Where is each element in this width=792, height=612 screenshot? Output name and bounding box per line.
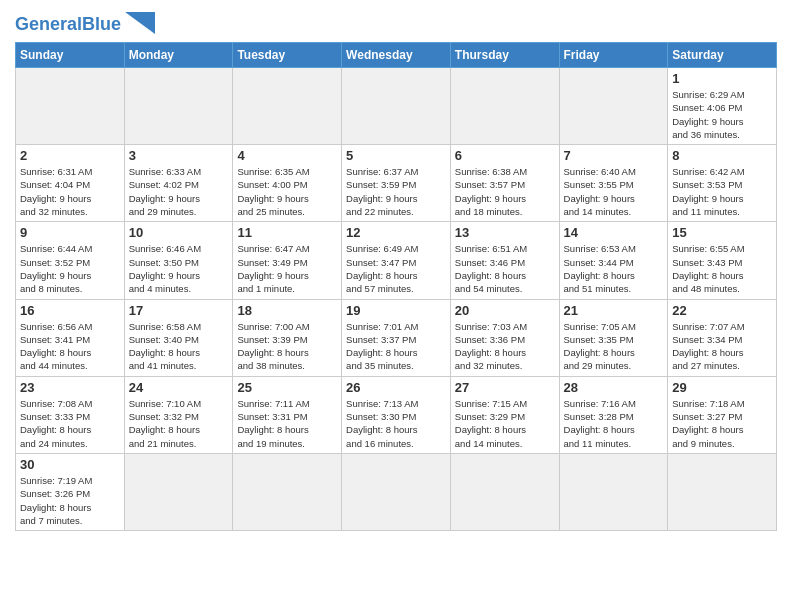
day-info: Sunrise: 6:58 AM Sunset: 3:40 PM Dayligh…	[129, 320, 229, 373]
table-row	[450, 68, 559, 145]
day-number: 20	[455, 303, 555, 318]
table-row: 14Sunrise: 6:53 AM Sunset: 3:44 PM Dayli…	[559, 222, 668, 299]
logo: GeneralBlue	[15, 14, 155, 34]
day-info: Sunrise: 6:40 AM Sunset: 3:55 PM Dayligh…	[564, 165, 664, 218]
day-number: 12	[346, 225, 446, 240]
day-info: Sunrise: 6:35 AM Sunset: 4:00 PM Dayligh…	[237, 165, 337, 218]
day-number: 2	[20, 148, 120, 163]
day-number: 3	[129, 148, 229, 163]
day-number: 9	[20, 225, 120, 240]
table-row: 3Sunrise: 6:33 AM Sunset: 4:02 PM Daylig…	[124, 145, 233, 222]
table-row	[668, 453, 777, 530]
table-row: 28Sunrise: 7:16 AM Sunset: 3:28 PM Dayli…	[559, 376, 668, 453]
col-thursday: Thursday	[450, 43, 559, 68]
day-info: Sunrise: 7:08 AM Sunset: 3:33 PM Dayligh…	[20, 397, 120, 450]
day-info: Sunrise: 6:37 AM Sunset: 3:59 PM Dayligh…	[346, 165, 446, 218]
table-row	[233, 68, 342, 145]
day-number: 8	[672, 148, 772, 163]
logo-general: General	[15, 14, 82, 34]
table-row: 30Sunrise: 7:19 AM Sunset: 3:26 PM Dayli…	[16, 453, 125, 530]
svg-marker-0	[125, 12, 155, 34]
day-number: 23	[20, 380, 120, 395]
table-row: 7Sunrise: 6:40 AM Sunset: 3:55 PM Daylig…	[559, 145, 668, 222]
logo-blue: Blue	[82, 14, 121, 34]
calendar-page: GeneralBlue Sunday Monday Tuesday Wednes…	[0, 0, 792, 612]
day-info: Sunrise: 7:01 AM Sunset: 3:37 PM Dayligh…	[346, 320, 446, 373]
table-row: 20Sunrise: 7:03 AM Sunset: 3:36 PM Dayli…	[450, 299, 559, 376]
day-info: Sunrise: 7:10 AM Sunset: 3:32 PM Dayligh…	[129, 397, 229, 450]
day-info: Sunrise: 7:03 AM Sunset: 3:36 PM Dayligh…	[455, 320, 555, 373]
table-row: 23Sunrise: 7:08 AM Sunset: 3:33 PM Dayli…	[16, 376, 125, 453]
table-row: 5Sunrise: 6:37 AM Sunset: 3:59 PM Daylig…	[342, 145, 451, 222]
day-number: 30	[20, 457, 120, 472]
day-info: Sunrise: 6:29 AM Sunset: 4:06 PM Dayligh…	[672, 88, 772, 141]
table-row	[342, 68, 451, 145]
col-monday: Monday	[124, 43, 233, 68]
col-sunday: Sunday	[16, 43, 125, 68]
table-row: 9Sunrise: 6:44 AM Sunset: 3:52 PM Daylig…	[16, 222, 125, 299]
table-row: 29Sunrise: 7:18 AM Sunset: 3:27 PM Dayli…	[668, 376, 777, 453]
calendar-table: Sunday Monday Tuesday Wednesday Thursday…	[15, 42, 777, 531]
day-number: 21	[564, 303, 664, 318]
day-info: Sunrise: 7:16 AM Sunset: 3:28 PM Dayligh…	[564, 397, 664, 450]
day-info: Sunrise: 6:56 AM Sunset: 3:41 PM Dayligh…	[20, 320, 120, 373]
table-row: 24Sunrise: 7:10 AM Sunset: 3:32 PM Dayli…	[124, 376, 233, 453]
day-info: Sunrise: 6:46 AM Sunset: 3:50 PM Dayligh…	[129, 242, 229, 295]
table-row: 15Sunrise: 6:55 AM Sunset: 3:43 PM Dayli…	[668, 222, 777, 299]
table-row: 21Sunrise: 7:05 AM Sunset: 3:35 PM Dayli…	[559, 299, 668, 376]
day-info: Sunrise: 7:05 AM Sunset: 3:35 PM Dayligh…	[564, 320, 664, 373]
day-number: 19	[346, 303, 446, 318]
day-info: Sunrise: 7:15 AM Sunset: 3:29 PM Dayligh…	[455, 397, 555, 450]
table-row	[559, 453, 668, 530]
day-info: Sunrise: 6:38 AM Sunset: 3:57 PM Dayligh…	[455, 165, 555, 218]
day-number: 25	[237, 380, 337, 395]
col-tuesday: Tuesday	[233, 43, 342, 68]
day-info: Sunrise: 6:53 AM Sunset: 3:44 PM Dayligh…	[564, 242, 664, 295]
day-number: 16	[20, 303, 120, 318]
day-number: 10	[129, 225, 229, 240]
day-info: Sunrise: 6:47 AM Sunset: 3:49 PM Dayligh…	[237, 242, 337, 295]
day-info: Sunrise: 6:51 AM Sunset: 3:46 PM Dayligh…	[455, 242, 555, 295]
page-header: GeneralBlue	[15, 10, 777, 34]
day-number: 11	[237, 225, 337, 240]
table-row: 2Sunrise: 6:31 AM Sunset: 4:04 PM Daylig…	[16, 145, 125, 222]
table-row: 10Sunrise: 6:46 AM Sunset: 3:50 PM Dayli…	[124, 222, 233, 299]
col-wednesday: Wednesday	[342, 43, 451, 68]
day-number: 24	[129, 380, 229, 395]
table-row: 6Sunrise: 6:38 AM Sunset: 3:57 PM Daylig…	[450, 145, 559, 222]
table-row: 13Sunrise: 6:51 AM Sunset: 3:46 PM Dayli…	[450, 222, 559, 299]
table-row	[342, 453, 451, 530]
logo-icon	[125, 12, 155, 34]
table-row: 16Sunrise: 6:56 AM Sunset: 3:41 PM Dayli…	[16, 299, 125, 376]
col-saturday: Saturday	[668, 43, 777, 68]
day-number: 6	[455, 148, 555, 163]
day-info: Sunrise: 6:42 AM Sunset: 3:53 PM Dayligh…	[672, 165, 772, 218]
table-row: 22Sunrise: 7:07 AM Sunset: 3:34 PM Dayli…	[668, 299, 777, 376]
day-info: Sunrise: 6:33 AM Sunset: 4:02 PM Dayligh…	[129, 165, 229, 218]
day-info: Sunrise: 7:11 AM Sunset: 3:31 PM Dayligh…	[237, 397, 337, 450]
table-row: 8Sunrise: 6:42 AM Sunset: 3:53 PM Daylig…	[668, 145, 777, 222]
day-number: 27	[455, 380, 555, 395]
logo-text: GeneralBlue	[15, 15, 121, 33]
table-row: 26Sunrise: 7:13 AM Sunset: 3:30 PM Dayli…	[342, 376, 451, 453]
day-info: Sunrise: 7:00 AM Sunset: 3:39 PM Dayligh…	[237, 320, 337, 373]
table-row: 11Sunrise: 6:47 AM Sunset: 3:49 PM Dayli…	[233, 222, 342, 299]
day-info: Sunrise: 7:07 AM Sunset: 3:34 PM Dayligh…	[672, 320, 772, 373]
day-number: 4	[237, 148, 337, 163]
day-info: Sunrise: 7:19 AM Sunset: 3:26 PM Dayligh…	[20, 474, 120, 527]
day-number: 5	[346, 148, 446, 163]
day-info: Sunrise: 6:55 AM Sunset: 3:43 PM Dayligh…	[672, 242, 772, 295]
day-number: 14	[564, 225, 664, 240]
day-number: 13	[455, 225, 555, 240]
table-row: 17Sunrise: 6:58 AM Sunset: 3:40 PM Dayli…	[124, 299, 233, 376]
day-number: 26	[346, 380, 446, 395]
day-number: 15	[672, 225, 772, 240]
day-number: 28	[564, 380, 664, 395]
day-info: Sunrise: 6:31 AM Sunset: 4:04 PM Dayligh…	[20, 165, 120, 218]
day-info: Sunrise: 6:49 AM Sunset: 3:47 PM Dayligh…	[346, 242, 446, 295]
day-info: Sunrise: 7:13 AM Sunset: 3:30 PM Dayligh…	[346, 397, 446, 450]
table-row	[124, 68, 233, 145]
day-number: 7	[564, 148, 664, 163]
table-row	[559, 68, 668, 145]
table-row: 25Sunrise: 7:11 AM Sunset: 3:31 PM Dayli…	[233, 376, 342, 453]
